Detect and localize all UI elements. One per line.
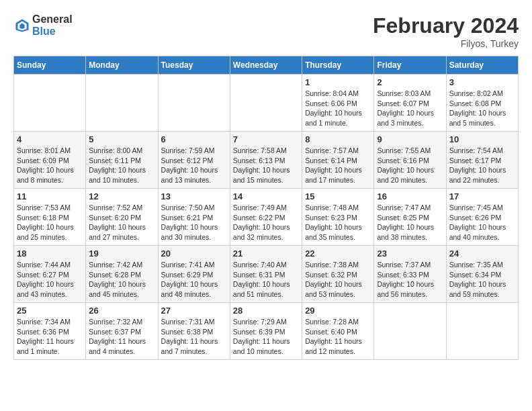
logo-blue-text: Blue — [32, 26, 73, 38]
day-number: 22 — [305, 248, 371, 259]
weekday-header-monday: Monday — [86, 56, 158, 75]
calendar-cell: 4Sunrise: 8:01 AMSunset: 6:09 PMDaylight… — [14, 132, 86, 189]
day-number: 18 — [17, 248, 83, 259]
day-info: Sunrise: 7:59 AMSunset: 6:12 PMDaylight:… — [161, 146, 227, 185]
day-info: Sunrise: 7:35 AMSunset: 6:34 PMDaylight:… — [449, 260, 515, 300]
calendar-cell: 15Sunrise: 7:48 AMSunset: 6:23 PMDayligh… — [302, 189, 374, 246]
day-info: Sunrise: 7:41 AMSunset: 6:29 PMDaylight:… — [161, 260, 227, 300]
day-info: Sunrise: 7:42 AMSunset: 6:28 PMDaylight:… — [89, 260, 154, 300]
calendar-cell: 26Sunrise: 7:32 AMSunset: 6:37 PMDayligh… — [86, 303, 158, 360]
calendar-cell: 25Sunrise: 7:34 AMSunset: 6:36 PMDayligh… — [14, 303, 86, 360]
calendar-cell: 23Sunrise: 7:37 AMSunset: 6:33 PMDayligh… — [374, 246, 446, 303]
day-info: Sunrise: 7:29 AMSunset: 6:39 PMDaylight:… — [233, 317, 299, 357]
calendar-cell: 24Sunrise: 7:35 AMSunset: 6:34 PMDayligh… — [446, 246, 518, 303]
calendar-cell — [14, 75, 86, 132]
day-info: Sunrise: 7:49 AMSunset: 6:22 PMDaylight:… — [233, 203, 299, 242]
day-number: 24 — [449, 248, 515, 259]
day-number: 6 — [161, 134, 227, 144]
calendar-cell — [230, 75, 302, 132]
day-info: Sunrise: 8:02 AMSunset: 6:08 PMDaylight:… — [449, 89, 515, 128]
calendar-week-3: 18Sunrise: 7:44 AMSunset: 6:27 PMDayligh… — [14, 246, 519, 303]
day-info: Sunrise: 7:45 AMSunset: 6:26 PMDaylight:… — [449, 203, 515, 242]
calendar-cell — [374, 303, 446, 360]
calendar-cell: 14Sunrise: 7:49 AMSunset: 6:22 PMDayligh… — [230, 189, 302, 246]
calendar-cell — [158, 75, 230, 132]
day-number: 26 — [89, 306, 154, 316]
page-header: General Blue February 2024 Filyos, Turke… — [13, 13, 519, 49]
weekday-header-wednesday: Wednesday — [230, 56, 302, 75]
day-info: Sunrise: 7:47 AMSunset: 6:25 PMDaylight:… — [377, 203, 443, 242]
day-info: Sunrise: 7:40 AMSunset: 6:31 PMDaylight:… — [233, 260, 299, 300]
day-number: 2 — [377, 77, 443, 87]
day-number: 11 — [17, 191, 83, 201]
day-number: 15 — [305, 191, 371, 201]
day-number: 8 — [305, 134, 371, 144]
calendar-cell — [86, 75, 158, 132]
calendar-cell: 7Sunrise: 7:58 AMSunset: 6:13 PMDaylight… — [230, 132, 302, 189]
calendar-cell: 13Sunrise: 7:50 AMSunset: 6:21 PMDayligh… — [158, 189, 230, 246]
calendar-cell: 28Sunrise: 7:29 AMSunset: 6:39 PMDayligh… — [230, 303, 302, 360]
day-number: 9 — [377, 134, 443, 144]
logo-general-text: General — [32, 13, 73, 26]
calendar-cell: 29Sunrise: 7:28 AMSunset: 6:40 PMDayligh… — [302, 303, 374, 360]
calendar-cell: 11Sunrise: 7:53 AMSunset: 6:18 PMDayligh… — [14, 189, 86, 246]
day-info: Sunrise: 7:53 AMSunset: 6:18 PMDaylight:… — [17, 203, 83, 242]
calendar-cell: 1Sunrise: 8:04 AMSunset: 6:06 PMDaylight… — [302, 75, 374, 132]
day-number: 20 — [161, 248, 227, 259]
calendar-week-1: 4Sunrise: 8:01 AMSunset: 6:09 PMDaylight… — [14, 132, 519, 189]
title-block: February 2024 Filyos, Turkey — [373, 13, 519, 49]
day-number: 27 — [161, 306, 227, 316]
day-number: 23 — [377, 248, 443, 259]
day-number: 3 — [449, 77, 515, 87]
day-number: 16 — [377, 191, 443, 201]
calendar-cell: 9Sunrise: 7:55 AMSunset: 6:16 PMDaylight… — [374, 132, 446, 189]
day-info: Sunrise: 7:31 AMSunset: 6:38 PMDaylight:… — [161, 317, 227, 357]
day-info: Sunrise: 8:00 AMSunset: 6:11 PMDaylight:… — [89, 146, 154, 185]
calendar-cell: 17Sunrise: 7:45 AMSunset: 6:26 PMDayligh… — [446, 189, 518, 246]
weekday-header-tuesday: Tuesday — [158, 56, 230, 75]
calendar-cell: 19Sunrise: 7:42 AMSunset: 6:28 PMDayligh… — [86, 246, 158, 303]
calendar-cell: 21Sunrise: 7:40 AMSunset: 6:31 PMDayligh… — [230, 246, 302, 303]
calendar-cell: 5Sunrise: 8:00 AMSunset: 6:11 PMDaylight… — [86, 132, 158, 189]
day-number: 7 — [233, 134, 299, 144]
day-info: Sunrise: 7:48 AMSunset: 6:23 PMDaylight:… — [305, 203, 371, 242]
calendar-cell: 20Sunrise: 7:41 AMSunset: 6:29 PMDayligh… — [158, 246, 230, 303]
day-info: Sunrise: 7:34 AMSunset: 6:36 PMDaylight:… — [17, 317, 83, 357]
calendar-cell: 22Sunrise: 7:38 AMSunset: 6:32 PMDayligh… — [302, 246, 374, 303]
day-info: Sunrise: 8:01 AMSunset: 6:09 PMDaylight:… — [17, 146, 83, 185]
month-title: February 2024 — [373, 13, 519, 38]
day-info: Sunrise: 7:58 AMSunset: 6:13 PMDaylight:… — [233, 146, 299, 185]
day-number: 29 — [305, 306, 371, 316]
weekday-header-friday: Friday — [374, 56, 446, 75]
day-info: Sunrise: 7:37 AMSunset: 6:33 PMDaylight:… — [377, 260, 443, 300]
calendar-cell: 10Sunrise: 7:54 AMSunset: 6:17 PMDayligh… — [446, 132, 518, 189]
day-info: Sunrise: 7:50 AMSunset: 6:21 PMDaylight:… — [161, 203, 227, 242]
day-number: 10 — [449, 134, 515, 144]
day-number: 21 — [233, 248, 299, 259]
calendar-cell: 3Sunrise: 8:02 AMSunset: 6:08 PMDaylight… — [446, 75, 518, 132]
day-number: 5 — [89, 134, 154, 144]
calendar-cell — [446, 303, 518, 360]
calendar-week-2: 11Sunrise: 7:53 AMSunset: 6:18 PMDayligh… — [14, 189, 519, 246]
day-info: Sunrise: 7:38 AMSunset: 6:32 PMDaylight:… — [305, 260, 371, 300]
calendar-table: SundayMondayTuesdayWednesdayThursdayFrid… — [13, 56, 519, 360]
general-blue-icon — [15, 18, 30, 33]
day-info: Sunrise: 7:32 AMSunset: 6:37 PMDaylight:… — [89, 317, 154, 357]
day-number: 13 — [161, 191, 227, 201]
calendar-cell: 8Sunrise: 7:57 AMSunset: 6:14 PMDaylight… — [302, 132, 374, 189]
day-info: Sunrise: 7:57 AMSunset: 6:14 PMDaylight:… — [305, 146, 371, 185]
weekday-header-row: SundayMondayTuesdayWednesdayThursdayFrid… — [14, 56, 519, 75]
day-info: Sunrise: 7:55 AMSunset: 6:16 PMDaylight:… — [377, 146, 443, 185]
weekday-header-thursday: Thursday — [302, 56, 374, 75]
day-number: 19 — [89, 248, 154, 259]
logo: General Blue — [13, 13, 73, 37]
calendar-cell: 2Sunrise: 8:03 AMSunset: 6:07 PMDaylight… — [374, 75, 446, 132]
calendar-cell: 6Sunrise: 7:59 AMSunset: 6:12 PMDaylight… — [158, 132, 230, 189]
day-info: Sunrise: 7:54 AMSunset: 6:17 PMDaylight:… — [449, 146, 515, 185]
day-info: Sunrise: 7:44 AMSunset: 6:27 PMDaylight:… — [17, 260, 83, 300]
day-number: 4 — [17, 134, 83, 144]
location-label: Filyos, Turkey — [373, 38, 519, 49]
day-number: 17 — [449, 191, 515, 201]
weekday-header-saturday: Saturday — [446, 56, 518, 75]
day-number: 28 — [233, 306, 299, 316]
